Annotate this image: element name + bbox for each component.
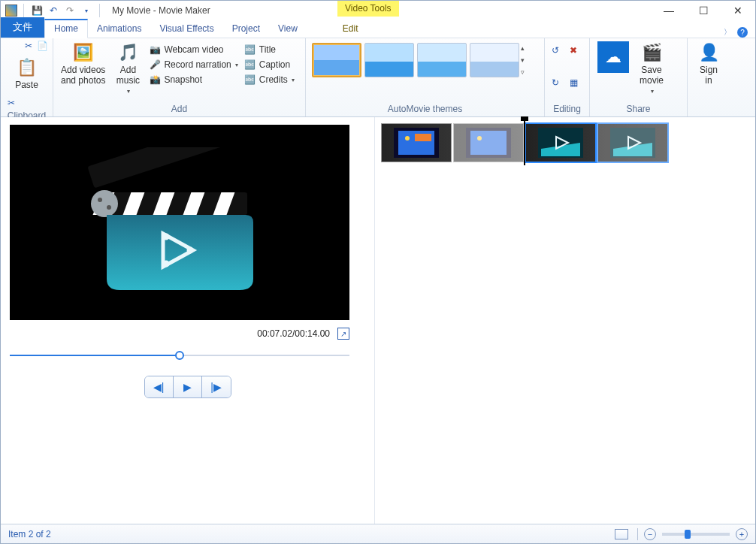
qat-undo-icon[interactable]: ↶	[47, 4, 60, 17]
cut-icon[interactable]: ✂	[23, 40, 35, 52]
clip-2b[interactable]	[597, 123, 668, 162]
caption-button[interactable]: 🔤Caption	[243, 58, 296, 71]
copy-icon[interactable]: 📄	[36, 40, 48, 52]
tab-animations[interactable]: Animations	[88, 20, 150, 38]
video-preview[interactable]	[10, 125, 349, 320]
chevron-down-icon: ▾	[235, 62, 238, 68]
snapshot-button[interactable]: 📸Snapshot	[147, 73, 239, 86]
credits-label: Credits	[259, 74, 288, 85]
webcam-video-button[interactable]: 📷Webcam video	[147, 43, 239, 56]
expand-gallery-icon[interactable]: ▿	[521, 68, 528, 76]
save-movie-label: Save movie	[640, 65, 664, 86]
svg-point-7	[91, 190, 118, 217]
zoom-out-button[interactable]: −	[644, 528, 656, 540]
rotate-right-icon[interactable]: ↻	[549, 77, 561, 89]
svg-rect-6	[87, 147, 230, 188]
chevron-up-icon[interactable]: ▴	[521, 44, 528, 52]
ribbon: ✂ 📄 📋 Paste ✂ Clipboard 🖼️ Add videos an…	[1, 38, 755, 117]
chevron-down-icon: ▾	[651, 88, 654, 95]
tab-file[interactable]: 文件	[1, 17, 44, 38]
theme-3[interactable]	[417, 43, 467, 77]
sign-in-button[interactable]: 👤 Sign in	[692, 40, 725, 88]
svg-point-11	[165, 262, 168, 265]
theme-default[interactable]	[312, 43, 361, 77]
tab-view[interactable]: View	[269, 20, 307, 38]
user-icon: 👤	[697, 41, 720, 64]
maximize-button[interactable]: ☐	[686, 1, 721, 20]
qat-redo-icon[interactable]: ↷	[63, 4, 77, 17]
rotate-left-icon[interactable]: ↺	[549, 44, 561, 56]
view-mode-button[interactable]	[615, 529, 628, 539]
add-music-label: Add music	[116, 65, 140, 86]
clip-2a[interactable]	[525, 123, 596, 162]
caption-label: Caption	[259, 59, 290, 70]
add-music-button[interactable]: 🎵 Add music ▾	[111, 40, 144, 96]
record-narration-button[interactable]: 🎤Record narration▾	[147, 58, 239, 71]
qat-customize-icon[interactable]: ▾	[80, 4, 93, 17]
music-icon: 🎵	[116, 41, 139, 64]
tab-edit[interactable]: Edit	[334, 20, 367, 38]
svg-point-19	[477, 136, 482, 141]
delete-icon[interactable]: ✖	[567, 44, 579, 56]
format-painter-icon[interactable]: ✂	[5, 97, 17, 109]
storyboard	[381, 123, 749, 162]
svg-point-8	[98, 198, 102, 202]
zoom-control: − +	[644, 528, 748, 540]
title-btn-label: Title	[259, 44, 276, 55]
add-videos-photos-button[interactable]: 🖼️ Add videos and photos	[58, 40, 108, 88]
tab-home[interactable]: Home	[44, 19, 88, 38]
title-button[interactable]: 🔤Title	[243, 43, 296, 56]
clapperboard-thumbnail	[82, 147, 277, 298]
workspace: 00:07.02/00:14.00 ↗ ◀| ▶ |▶	[1, 117, 755, 524]
group-signin-label	[692, 113, 725, 116]
tab-project[interactable]: Project	[223, 20, 269, 38]
qat-save-icon[interactable]: 💾	[30, 4, 44, 17]
fullscreen-icon[interactable]: ↗	[337, 328, 349, 340]
play-button[interactable]: ▶	[174, 376, 202, 397]
svg-rect-16	[415, 134, 431, 141]
svg-rect-18	[470, 131, 507, 155]
next-frame-button[interactable]: |▶	[202, 376, 231, 397]
zoom-in-button[interactable]: +	[736, 528, 748, 540]
timeline-pane[interactable]	[375, 117, 755, 524]
group-themes-label: AutoMovie themes	[310, 102, 540, 116]
add-videos-label: Add videos and photos	[61, 65, 105, 86]
save-movie-icon: 🎬	[640, 41, 663, 64]
credits-icon: 🔤	[244, 74, 256, 86]
theme-4[interactable]	[470, 43, 519, 77]
clip-1a[interactable]	[381, 123, 452, 162]
app-icon	[5, 5, 17, 17]
status-item-count: Item 2 of 2	[8, 529, 51, 539]
paste-label: Paste	[15, 80, 38, 91]
paste-button[interactable]: 📋 Paste	[11, 55, 44, 92]
help-icon[interactable]: ?	[737, 27, 748, 38]
playback-slider[interactable]	[10, 349, 349, 362]
clip-1b[interactable]	[453, 123, 524, 162]
onedrive-icon: ☁	[597, 41, 629, 73]
theme-2[interactable]	[364, 43, 414, 77]
close-button[interactable]: ✕	[721, 1, 755, 20]
onedrive-button[interactable]: ☁	[594, 40, 632, 74]
prev-frame-button[interactable]: ◀|	[145, 376, 174, 397]
app-window: 💾 ↶ ↷ ▾ My Movie - Movie Maker — ☐ ✕ Vid…	[0, 0, 756, 544]
snapshot-label: Snapshot	[164, 74, 202, 85]
playhead[interactable]	[524, 120, 525, 165]
tab-visual-effects[interactable]: Visual Effects	[150, 20, 222, 38]
chevron-down-icon: ▾	[292, 77, 295, 83]
group-editing-label: Editing	[549, 102, 585, 116]
save-movie-button[interactable]: 🎬 Save movie ▾	[635, 40, 668, 96]
chevron-down-icon[interactable]: ▾	[521, 56, 528, 64]
credits-button[interactable]: 🔤Credits▾	[243, 73, 296, 86]
minimize-button[interactable]: —	[652, 1, 686, 20]
paste-icon: 📋	[16, 56, 38, 79]
svg-point-12	[189, 249, 192, 252]
ribbon-collapse-icon[interactable]: 〉	[724, 27, 731, 38]
themes-navigator[interactable]: ▴▾▿	[521, 43, 528, 77]
zoom-slider[interactable]	[662, 533, 730, 536]
window-title: My Movie - Movie Maker	[107, 5, 210, 16]
microphone-icon: 🎤	[149, 59, 161, 71]
select-all-icon[interactable]: ▦	[567, 77, 579, 89]
webcam-icon: 📷	[149, 44, 161, 56]
time-display: 00:07.02/00:14.00	[257, 328, 330, 339]
svg-point-10	[165, 235, 168, 238]
